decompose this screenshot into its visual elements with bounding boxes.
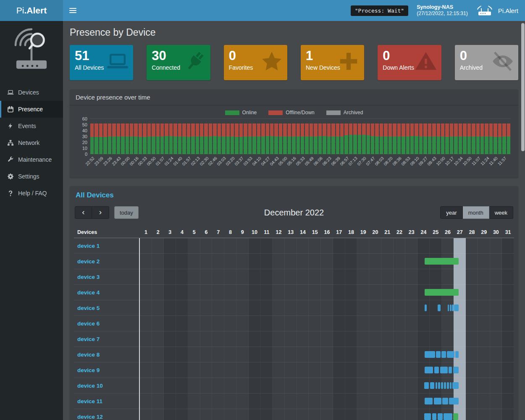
- device-row: device 9: [74, 362, 514, 378]
- device-day-grid: [139, 316, 514, 331]
- plus-icon: [337, 50, 360, 73]
- presence-bar: [432, 413, 437, 420]
- day-cell: [260, 409, 273, 420]
- day-cell: [249, 285, 261, 300]
- day-cell: [309, 238, 321, 254]
- legend-item-online[interactable]: Online: [225, 110, 257, 116]
- process-status-badge[interactable]: "Process: Wait": [351, 5, 408, 16]
- stacked-bar: [344, 119, 348, 154]
- sidebar-toggle-icon[interactable]: [63, 0, 82, 21]
- sidebar-item-events[interactable]: Events: [0, 118, 63, 134]
- view-button-month[interactable]: month: [463, 206, 489, 219]
- stacked-bar: [279, 119, 282, 154]
- device-link[interactable]: device 11: [74, 394, 139, 409]
- pialert-app: Pi.Alert "Process: Wait" Synology-NAS (2…: [0, 0, 525, 420]
- legend-item-archived[interactable]: Archived: [326, 110, 363, 116]
- y-axis-tick: 10: [82, 146, 87, 151]
- day-cell: [200, 394, 213, 409]
- presence-bar: [430, 382, 435, 389]
- device-day-grid: [139, 238, 514, 254]
- device-link[interactable]: device 6: [74, 316, 139, 331]
- day-cell: [345, 254, 357, 269]
- day-header: 7: [212, 226, 224, 238]
- sidebar-item-maintenance[interactable]: Maintenance: [0, 151, 63, 168]
- day-cell: [200, 316, 213, 331]
- device-link[interactable]: device 9: [74, 362, 139, 378]
- day-cell: [405, 394, 417, 409]
- presence-chart: 0102030405060: [77, 119, 511, 154]
- view-button-week[interactable]: week: [489, 206, 513, 219]
- day-cell: [249, 331, 261, 347]
- day-cell: [430, 331, 442, 347]
- device-link[interactable]: device 5: [74, 300, 139, 316]
- day-cell: [152, 254, 164, 269]
- stacked-bar: [331, 119, 335, 154]
- day-cell: [188, 378, 200, 394]
- brand-logo[interactable]: Pi.Alert: [0, 0, 63, 21]
- day-cell: [321, 316, 333, 331]
- next-month-button[interactable]: ›: [92, 206, 109, 219]
- legend-item-offline-down[interactable]: Offline/Down: [268, 110, 314, 116]
- day-cell: [140, 285, 152, 300]
- day-cell: [285, 316, 297, 331]
- device-link[interactable]: device 10: [74, 378, 139, 394]
- day-cell: [249, 362, 261, 378]
- presence-bar: [438, 304, 441, 311]
- day-cell: [200, 300, 213, 316]
- device-link[interactable]: device 1: [74, 238, 139, 254]
- day-cell: [285, 269, 297, 285]
- day-cell: [369, 347, 381, 362]
- presence-bar: [449, 398, 458, 404]
- sidebar-item-help-faq[interactable]: Help / FAQ: [0, 185, 63, 202]
- sidebar: DevicesPresenceEventsNetworkMaintenanceS…: [0, 21, 63, 420]
- layout: DevicesPresenceEventsNetworkMaintenanceS…: [0, 21, 525, 420]
- sidebar-item-devices[interactable]: Devices: [0, 84, 63, 101]
- sidebar-item-network[interactable]: Network: [0, 134, 63, 151]
- summary-card-all-devices[interactable]: 51All Devices: [70, 45, 133, 80]
- view-button-year[interactable]: year: [440, 206, 462, 219]
- host-name: Synology-NAS: [417, 4, 467, 10]
- day-cell: [369, 394, 381, 409]
- calendar-body: device 1device 2device 3device 4device 5…: [74, 238, 514, 420]
- day-cell: [333, 331, 345, 347]
- day-cell: [405, 331, 417, 347]
- today-button[interactable]: today: [114, 206, 139, 219]
- day-cell: [454, 238, 466, 254]
- laptop-icon: [7, 89, 14, 96]
- day-cell: [466, 409, 478, 420]
- device-link[interactable]: device 7: [74, 331, 139, 347]
- day-cell: [309, 409, 321, 420]
- day-cell: [309, 394, 321, 409]
- calendar-header-row: Devices 12345678910111213141516171819202…: [74, 226, 514, 238]
- summary-card-connected[interactable]: 30Connected: [147, 45, 210, 80]
- summary-card-archived[interactable]: 0Archived: [455, 45, 518, 80]
- day-cell: [176, 254, 188, 269]
- scrollbar-thumb[interactable]: [521, 23, 525, 151]
- device-row: device 11: [74, 394, 514, 409]
- summary-card-favorites[interactable]: 0Favorites: [224, 45, 287, 80]
- device-link[interactable]: device 2: [74, 254, 139, 269]
- summary-card-new-devices[interactable]: 1New Devices: [301, 45, 364, 80]
- device-link[interactable]: device 4: [74, 285, 139, 300]
- day-cell: [430, 238, 442, 254]
- sidebar-item-presence[interactable]: Presence: [0, 101, 63, 118]
- day-cell: [394, 394, 406, 409]
- device-link[interactable]: device 8: [74, 347, 139, 362]
- day-cell: [405, 316, 417, 331]
- stacked-bar: [143, 119, 146, 154]
- day-cell: [260, 254, 273, 269]
- day-cell: [200, 347, 213, 362]
- stacked-bar: [441, 119, 444, 154]
- device-link[interactable]: device 3: [74, 269, 139, 285]
- stacked-bar: [419, 119, 423, 154]
- eye-slash-icon: [491, 50, 514, 73]
- device-link[interactable]: device 12: [74, 409, 139, 420]
- prev-month-button[interactable]: ‹: [75, 206, 92, 219]
- day-cell: [273, 254, 285, 269]
- legend-label: Archived: [344, 110, 363, 116]
- day-cell: [369, 316, 381, 331]
- day-cell: [478, 378, 490, 394]
- sidebar-item-settings[interactable]: Settings: [0, 168, 63, 185]
- summary-card-down-alerts[interactable]: 0Down Alerts: [378, 45, 441, 80]
- day-cell: [394, 409, 406, 420]
